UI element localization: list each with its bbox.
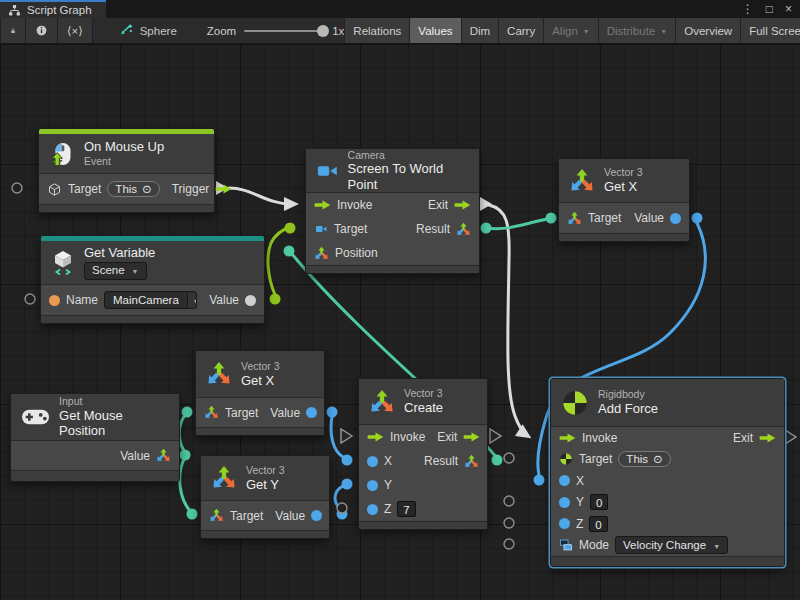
port-getx-top-target-in[interactable] bbox=[546, 213, 557, 224]
node-header[interactable]: Vector 3 Get X bbox=[196, 351, 324, 398]
float-port-icon[interactable] bbox=[311, 510, 322, 521]
variable-scope-dropdown[interactable]: Scene ▼ bbox=[84, 262, 147, 280]
node-get-y[interactable]: Vector 3 Get Y Target Value bbox=[200, 455, 330, 539]
port-create-x-in[interactable] bbox=[342, 455, 353, 466]
port-addforce-exit-out[interactable] bbox=[785, 430, 796, 444]
port-camera-target-in[interactable] bbox=[285, 223, 296, 234]
info-button[interactable] bbox=[26, 18, 58, 43]
node-header[interactable]: Get Variable Scene ▼ bbox=[41, 241, 264, 285]
flow-out-icon[interactable] bbox=[215, 183, 232, 195]
vector3-port-icon[interactable] bbox=[567, 211, 582, 226]
node-header[interactable]: Camera Screen To World Point bbox=[306, 149, 479, 193]
lock-button[interactable] bbox=[0, 18, 26, 43]
float-port-icon[interactable] bbox=[559, 518, 570, 529]
enum-port-icon[interactable] bbox=[559, 538, 573, 552]
gameobject-cube-icon[interactable] bbox=[47, 182, 62, 197]
node-header[interactable]: On Mouse Up Event bbox=[39, 134, 214, 174]
flow-out-icon[interactable] bbox=[454, 199, 471, 211]
camera-port-icon[interactable] bbox=[314, 223, 328, 235]
float-port-icon[interactable] bbox=[559, 497, 570, 508]
node-header[interactable]: Rigidbody Add Force bbox=[551, 379, 784, 427]
distribute-menu-button[interactable]: Distribute▼ bbox=[598, 18, 676, 43]
port-create-result-out[interactable] bbox=[492, 455, 503, 466]
port-variable-value-out[interactable] bbox=[270, 294, 281, 305]
object-picker-icon[interactable]: ⊙ bbox=[653, 452, 663, 466]
tab-script-graph[interactable]: Script Graph bbox=[0, 0, 106, 18]
port-camera-exit-out[interactable] bbox=[480, 197, 492, 211]
port-camera-result-out[interactable] bbox=[481, 223, 492, 234]
port-create-y-in[interactable] bbox=[342, 479, 353, 490]
graph-canvas[interactable]: On Mouse Up Event Target This ⊙ Trigger bbox=[0, 44, 800, 600]
float-port-icon[interactable] bbox=[670, 213, 681, 224]
vector3-port-icon[interactable] bbox=[314, 246, 329, 261]
flow-in-icon[interactable] bbox=[367, 431, 384, 443]
port-getx-top-value-out[interactable] bbox=[692, 213, 703, 224]
align-menu-button[interactable]: Align▼ bbox=[543, 18, 598, 43]
float-port-icon[interactable] bbox=[367, 480, 378, 491]
node-screen-to-world-point[interactable]: Camera Screen To World Point Invoke Exit… bbox=[305, 148, 480, 274]
vector3-port-icon[interactable] bbox=[156, 448, 171, 463]
force-mode-dropdown[interactable]: Velocity Change ▼ bbox=[615, 536, 728, 554]
port-camera-position-in[interactable] bbox=[284, 246, 295, 257]
port-create-exit-out[interactable] bbox=[490, 429, 501, 443]
vector3-port-icon[interactable] bbox=[204, 405, 219, 420]
float-port-icon[interactable] bbox=[367, 456, 378, 467]
object-picker-icon[interactable]: ⊙ bbox=[142, 182, 152, 196]
port-addforce-z-in[interactable] bbox=[504, 518, 514, 528]
node-add-force[interactable]: Rigidbody Add Force Invoke Exit Target T… bbox=[550, 378, 785, 567]
graph-breadcrumb[interactable]: Sphere bbox=[119, 18, 177, 43]
port-mouse-value-out[interactable] bbox=[180, 450, 191, 461]
maximize-icon[interactable]: □ bbox=[766, 2, 773, 16]
close-icon[interactable]: × bbox=[785, 2, 792, 16]
rigidbody-port-icon[interactable] bbox=[559, 452, 573, 466]
node-get-mouse-position[interactable]: Input Get Mouse Position Value bbox=[10, 393, 180, 482]
node-on-mouse-up[interactable]: On Mouse Up Event Target This ⊙ Trigger bbox=[38, 128, 215, 213]
float-port-icon[interactable] bbox=[559, 475, 570, 486]
zoom-slider-handle[interactable] bbox=[317, 25, 329, 37]
port-variable-name-in[interactable] bbox=[25, 294, 35, 304]
string-port-icon[interactable] bbox=[49, 295, 60, 306]
kebab-menu-icon[interactable]: ⋮ bbox=[742, 2, 754, 16]
port-onmouseup-target-in[interactable] bbox=[12, 183, 22, 193]
port-create-invoke-in[interactable] bbox=[341, 429, 352, 443]
vector3-port-icon[interactable] bbox=[464, 454, 479, 469]
port-getx-mid-value-out[interactable] bbox=[327, 407, 338, 418]
toggle-carry[interactable]: Carry bbox=[498, 18, 543, 43]
code-preview-button[interactable]: ⟨×⟩ bbox=[58, 18, 93, 43]
z-value-field[interactable]: 0 bbox=[589, 516, 607, 532]
port-create-z-in[interactable] bbox=[337, 503, 347, 513]
z-value-field[interactable]: 7 bbox=[397, 501, 415, 517]
vector3-port-icon[interactable] bbox=[209, 508, 224, 523]
flow-out-icon[interactable] bbox=[759, 432, 776, 444]
float-port-icon[interactable] bbox=[367, 504, 378, 515]
node-header[interactable]: Input Get Mouse Position bbox=[11, 394, 179, 441]
overview-button[interactable]: Overview bbox=[675, 18, 740, 43]
toggle-values[interactable]: Values bbox=[409, 18, 460, 43]
port-getx-mid-target-in[interactable] bbox=[182, 407, 193, 418]
port-addforce-mode-in[interactable] bbox=[504, 539, 514, 549]
flow-in-icon[interactable] bbox=[559, 432, 576, 444]
node-get-x-top[interactable]: Vector 3 Get X Target Value bbox=[558, 158, 690, 242]
toggle-dim[interactable]: Dim bbox=[461, 18, 498, 43]
port-addforce-x-in[interactable] bbox=[534, 475, 545, 486]
node-get-variable[interactable]: Get Variable Scene ▼ Name MainCamera ▼ V… bbox=[40, 235, 265, 324]
this-object-pill[interactable]: This ⊙ bbox=[107, 181, 159, 197]
toggle-relations[interactable]: Relations bbox=[344, 18, 409, 43]
port-gety-target-in[interactable] bbox=[187, 509, 198, 520]
node-header[interactable]: Vector 3 Get X bbox=[559, 159, 689, 203]
node-header[interactable]: Vector 3 Get Y bbox=[201, 456, 329, 501]
node-header[interactable]: Vector 3 Create bbox=[359, 379, 487, 425]
flow-in-icon[interactable] bbox=[314, 199, 331, 211]
port-addforce-target-in[interactable] bbox=[504, 453, 514, 463]
y-value-field[interactable]: 0 bbox=[590, 494, 608, 510]
variable-name-dropdown[interactable]: MainCamera ▼ bbox=[104, 291, 197, 309]
flow-out-icon[interactable] bbox=[463, 431, 480, 443]
float-port-icon[interactable] bbox=[306, 407, 317, 418]
port-addforce-y-in[interactable] bbox=[504, 496, 514, 506]
this-object-pill[interactable]: This ⊙ bbox=[618, 451, 670, 467]
node-get-x-mid[interactable]: Vector 3 Get X Target Value bbox=[195, 350, 325, 436]
vector3-port-icon[interactable] bbox=[456, 222, 471, 237]
fullscreen-button[interactable]: Full Screen bbox=[740, 18, 800, 43]
zoom-slider-track[interactable] bbox=[244, 30, 324, 32]
node-vector3-create[interactable]: Vector 3 Create Invoke Exit X Result bbox=[358, 378, 488, 530]
